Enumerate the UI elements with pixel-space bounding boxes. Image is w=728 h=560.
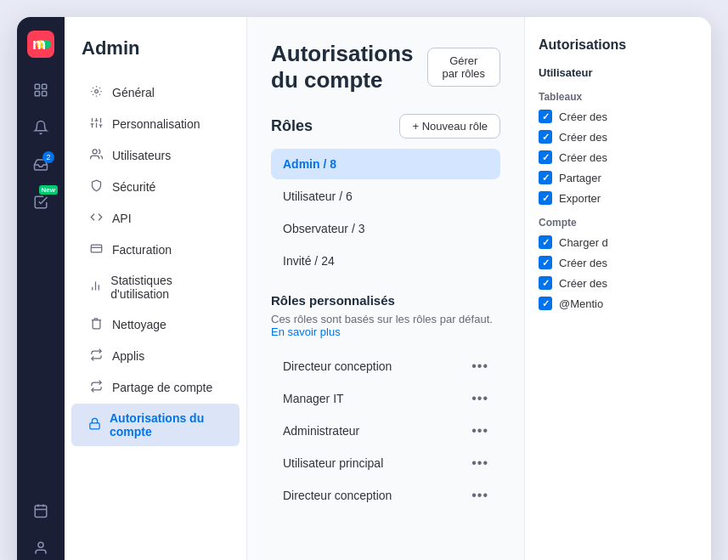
custom-role-directeur-conception[interactable]: Directeur conception ••• <box>271 350 500 382</box>
main-content: Autorisations du compte Gérer par rôles … <box>247 17 524 560</box>
permission-mention: @Mentio <box>539 297 697 310</box>
custom-role-administrateur[interactable]: Administrateur ••• <box>271 415 500 447</box>
three-dots-icon-3[interactable]: ••• <box>471 455 488 471</box>
sidebar-label-personalisation: Personnalisation <box>112 117 200 131</box>
three-dots-icon-0[interactable]: ••• <box>471 359 488 374</box>
checkbox-creer-compte-1[interactable] <box>539 276 552 290</box>
sidebar-label-autorisations: Autorisations du compte <box>110 411 223 438</box>
sidebar-item-securite[interactable]: Sécurité <box>71 172 240 202</box>
sidebar-label-statistiques: Statistiques d'utilisation <box>110 274 223 301</box>
general-icon <box>88 85 104 100</box>
sidebar-item-api[interactable]: API <box>71 203 240 234</box>
sidebar-item-personalisation[interactable]: Personnalisation <box>71 109 240 139</box>
role-item-admin[interactable]: Admin / 8 <box>271 149 500 179</box>
custom-roles-section: Rôles personnalisés Ces rôles sont basés… <box>271 293 500 512</box>
col-header: Utilisateur <box>539 66 697 79</box>
sidebar-label-partage: Partage de compte <box>112 381 212 394</box>
checkbox-partager[interactable] <box>539 171 552 184</box>
svg-point-14 <box>38 542 43 547</box>
autorisations-icon <box>88 417 101 433</box>
sidebar-item-nettoyage[interactable]: Nettoyage <box>71 309 240 340</box>
permission-exporter: Exporter <box>539 191 697 205</box>
roles-list: Admin / 8 Utilisateur / 6 Observateur / … <box>271 149 500 276</box>
svg-rect-10 <box>35 506 47 518</box>
sidebar-label-api: API <box>112 212 132 225</box>
sidebar-title: Admin <box>65 37 246 76</box>
right-panel: Autorisations Utilisateur Tableaux Créer… <box>524 17 711 560</box>
custom-role-manager-it[interactable]: Manager IT ••• <box>271 382 500 415</box>
sidebar-item-facturation[interactable]: Facturation <box>71 235 240 265</box>
checkbox-creer-compte-0[interactable] <box>539 256 552 269</box>
app-logo[interactable]: m <box>27 31 54 58</box>
sidebar-label-general: Général <box>112 86 155 99</box>
roles-section-header: Rôles + Nouveau rôle <box>271 114 500 139</box>
tableaux-section-title: Tableaux <box>539 91 697 103</box>
partage-icon <box>88 380 104 395</box>
user-nav-button[interactable] <box>25 533 56 560</box>
custom-roles-link[interactable]: En savoir plus <box>271 325 341 338</box>
sidebar-label-nettoyage: Nettoyage <box>112 318 166 331</box>
personalisation-icon <box>88 116 104 132</box>
three-dots-icon-4[interactable]: ••• <box>471 488 488 503</box>
nav-rail: m 2 <box>17 17 65 560</box>
custom-roles-desc: Ces rôles sont basés sur les rôles par d… <box>271 313 500 338</box>
inbox-nav-button[interactable]: 2 <box>25 150 56 180</box>
permission-creer-0: Créer des <box>539 110 697 123</box>
permission-charger: Charger d <box>539 235 697 249</box>
checkbox-creer-2[interactable] <box>539 150 552 164</box>
three-dots-icon-1[interactable]: ••• <box>471 391 488 406</box>
sidebar-item-partage[interactable]: Partage de compte <box>71 372 240 403</box>
roles-section-title: Rôles <box>271 117 313 135</box>
securite-icon <box>88 179 104 195</box>
checkbox-exporter[interactable] <box>539 191 552 205</box>
svg-rect-8 <box>35 92 39 96</box>
role-item-observateur[interactable]: Observateur / 3 <box>271 213 500 244</box>
facturation-icon <box>88 242 104 257</box>
svg-rect-31 <box>90 423 99 429</box>
compte-section-title: Compte <box>539 217 697 229</box>
svg-rect-6 <box>35 84 39 88</box>
api-icon <box>88 211 104 226</box>
custom-role-directeur-conception-2[interactable]: Directeur conception ••• <box>271 479 500 512</box>
checkbox-creer-0[interactable] <box>539 110 552 123</box>
sidebar-item-utilisateurs[interactable]: Utilisateurs <box>71 140 240 171</box>
role-item-invite[interactable]: Invité / 24 <box>271 246 500 276</box>
sidebar-item-general[interactable]: Général <box>71 77 240 108</box>
bell-nav-button[interactable] <box>25 112 56 143</box>
three-dots-icon-2[interactable]: ••• <box>471 423 488 438</box>
svg-point-25 <box>93 150 97 154</box>
checkbox-creer-1[interactable] <box>539 130 552 144</box>
sidebar-label-facturation: Facturation <box>112 243 172 257</box>
svg-rect-9 <box>42 92 47 96</box>
custom-role-utilisateur-principal[interactable]: Utilisateur principal ••• <box>271 447 500 479</box>
tasks-badge: New <box>39 185 58 195</box>
sidebar-label-applis: Applis <box>112 349 144 363</box>
permission-creer-1: Créer des <box>539 130 697 144</box>
nettoyage-icon <box>88 317 104 332</box>
sidebar-item-applis[interactable]: Applis <box>71 341 240 371</box>
statistiques-icon <box>88 280 102 295</box>
svg-rect-26 <box>91 245 102 252</box>
sidebar-label-securite: Sécurité <box>112 180 155 194</box>
svg-point-15 <box>94 90 98 93</box>
role-item-utilisateur[interactable]: Utilisateur / 6 <box>271 181 500 212</box>
sidebar: Admin Général Personnalisation Utilisate… <box>65 17 247 560</box>
utilisateurs-icon <box>88 148 104 163</box>
home-nav-button[interactable] <box>25 75 56 105</box>
custom-roles-title: Rôles personnalisés <box>271 293 500 308</box>
app-container: m 2 <box>17 17 711 560</box>
checkbox-charger[interactable] <box>539 235 552 249</box>
checkbox-mention[interactable] <box>539 297 552 310</box>
svg-text:m: m <box>32 36 46 53</box>
manage-roles-button[interactable]: Gérer par rôles <box>427 48 500 87</box>
page-title: Autorisations du compte <box>271 41 427 93</box>
tasks-nav-button[interactable]: New <box>25 187 56 218</box>
permission-creer-compte-1: Créer des <box>539 276 697 290</box>
permission-creer-compte-0: Créer des <box>539 256 697 269</box>
sidebar-item-autorisations[interactable]: Autorisations du compte <box>71 404 240 446</box>
right-panel-title: Autorisations <box>539 37 697 53</box>
permission-partager: Partager <box>539 171 697 184</box>
new-role-button[interactable]: + Nouveau rôle <box>399 114 500 139</box>
calendar-nav-button[interactable] <box>25 495 56 526</box>
sidebar-item-statistiques[interactable]: Statistiques d'utilisation <box>71 266 240 308</box>
